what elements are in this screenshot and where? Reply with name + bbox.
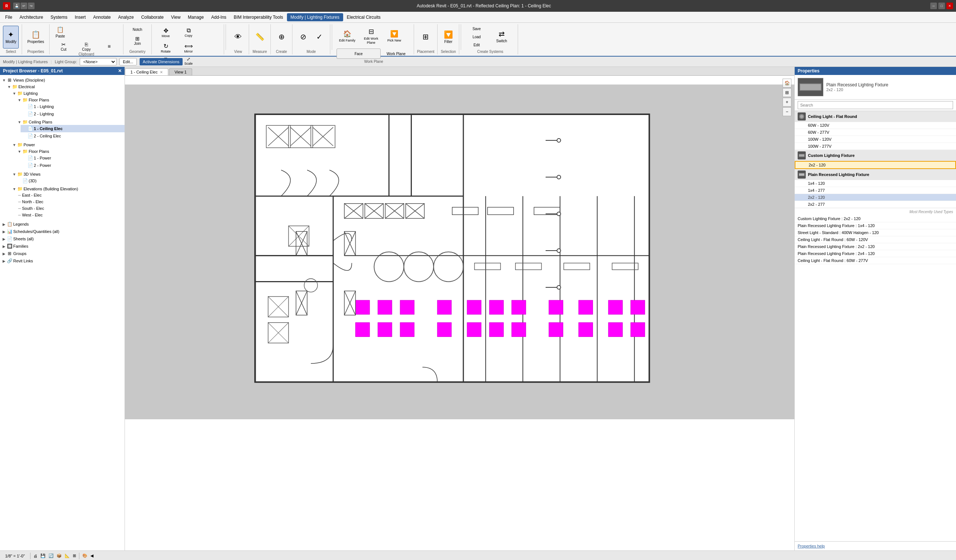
rotate-button[interactable]: ↻ Rotate [155, 41, 177, 55]
menu-analyze[interactable]: Analyze [114, 13, 137, 21]
properties-button[interactable]: 📋 Properties [25, 26, 46, 49]
tree-2-power[interactable]: 📄 2 - Power [20, 162, 124, 169]
menu-addins[interactable]: Add-Ins [208, 13, 230, 21]
face-button[interactable]: Face [336, 49, 381, 59]
tree-south-elec[interactable]: ─ South - Elec [16, 205, 124, 212]
pick-new-button[interactable]: 🔽 Pick New [384, 25, 404, 48]
placement-btn[interactable]: ⊞ [418, 26, 434, 49]
recent-plain-1x4-120[interactable]: Plain Recessed Lighting Fixture : 1x4 - … [795, 222, 956, 229]
menu-file[interactable]: File [2, 13, 16, 21]
tree-elevations[interactable]: ▼ 📁 Elevations (Building Elevation) ─ Ea… [10, 185, 124, 219]
tree-revit-links[interactable]: ▶ 🔗 Revit Links [0, 257, 124, 264]
minimize-btn[interactable]: ─ [930, 3, 937, 9]
menu-collaborate[interactable]: Collaborate [137, 13, 167, 21]
tree-3d-views[interactable]: ▼ 📁 3D Views 📄 (3D) [10, 170, 124, 185]
menu-architecture[interactable]: Architecture [16, 13, 47, 21]
menu-view[interactable]: View [168, 13, 184, 21]
copy-tool-button[interactable]: ⧉ Copy [178, 25, 200, 40]
close-btn[interactable]: ✕ [947, 3, 953, 9]
tree-electrical[interactable]: ▼ 📁 Electrical ▼ 📁 Lighting [5, 83, 124, 220]
undo-btn[interactable]: ↩ [20, 3, 27, 9]
close-ceiling-elec-tab[interactable]: ✕ [160, 70, 163, 74]
recent-plain-2x2-120[interactable]: Plain Recessed Lighting Fixture : 2x2 - … [795, 243, 956, 250]
create-btn[interactable]: ⊕ [274, 26, 289, 49]
recent-plain-2x4-120[interactable]: Plain Recessed Lighting Fixture : 2x4 - … [795, 250, 956, 257]
paste-button[interactable]: 📋 Paste [52, 25, 68, 40]
tree-2-lighting[interactable]: 📄 2 - Lighting [20, 110, 124, 118]
menu-modify-lighting[interactable]: Modify | Lighting Fixtures [287, 13, 343, 21]
menu-bim[interactable]: BIM Interoperability Tools [230, 13, 287, 21]
modify-button[interactable]: ✦ Modify [3, 26, 19, 49]
recent-street-light[interactable]: Street Light - Standard : 400W Halogen -… [795, 229, 956, 236]
type-item-2x2-120-highlighted[interactable]: 2x2 - 120 [795, 194, 956, 201]
type-item-60w-277v[interactable]: 60W - 277V [795, 129, 956, 136]
type-item-100w-277v[interactable]: 100W - 277V [795, 143, 956, 150]
switch-button[interactable]: ⇄ Switch [488, 25, 515, 48]
tree-power[interactable]: ▼ 📁 Power ▼ 📁 Floor Pl [10, 141, 124, 170]
tree-1-power[interactable]: 📄 1 - Power [20, 154, 124, 162]
type-item-1x4-120[interactable]: 1x4 - 120 [795, 180, 956, 187]
type-item-1x4-277[interactable]: 1x4 - 277 [795, 187, 956, 194]
measure-btn[interactable]: 📏 [252, 26, 267, 49]
zoom-house-btn[interactable]: 🏠 [783, 79, 791, 88]
type-search-input[interactable] [798, 101, 953, 109]
view-tab-view1[interactable]: View 1 [169, 68, 192, 76]
type-group-custom[interactable]: Custom Lighting Fixture [795, 150, 956, 161]
tree-east-elec[interactable]: ─ East - Elec [16, 192, 124, 198]
menu-annotate[interactable]: Annotate [89, 13, 114, 21]
tree-floor-plans-lighting[interactable]: ▼ 📁 Floor Plans [16, 96, 124, 118]
zoom-out-btn[interactable]: − [783, 107, 791, 116]
tree-1-lighting[interactable]: 📄 1 - Lighting [20, 103, 124, 110]
tree-sheets[interactable]: ▶ 📄 Sheets (all) [0, 235, 124, 242]
move-button[interactable]: ✥ Move [155, 25, 177, 40]
drawing-canvas[interactable]: 🏠 ⊞ + − [125, 76, 794, 551]
recent-custom-2x2-120[interactable]: Custom Lighting Fixture : 2x2 - 120 [795, 216, 956, 222]
mode-ok-btn[interactable]: ✓ [311, 26, 327, 49]
menu-insert[interactable]: Insert [71, 13, 89, 21]
save-button[interactable]: Save [465, 25, 487, 32]
project-browser-close[interactable]: ✕ [118, 68, 122, 74]
load-button[interactable]: Load [465, 33, 487, 41]
tree-ceiling-plans[interactable]: ▼ 📁 Ceiling Plans [16, 118, 124, 140]
tree-floor-plans-power[interactable]: ▼ 📁 Floor Plans [16, 148, 124, 170]
copy-button[interactable]: ⎘ Copy [75, 41, 97, 52]
tree-3d[interactable]: 📄 (3D) [16, 177, 124, 184]
zoom-fit-btn[interactable]: ⊞ [783, 88, 791, 97]
work-plane-viewer-button[interactable]: Work Plane [381, 49, 411, 59]
view-btn[interactable]: 👁 [230, 26, 246, 49]
tree-2-ceiling-elec[interactable]: 📄 2 - Ceiling Elec [20, 132, 124, 140]
match-button[interactable]: ≡ [98, 41, 120, 52]
type-item-60w-120v[interactable]: 60W - 120V [795, 122, 956, 129]
type-item-custom-2x2-120[interactable]: 2x2 - 120 [795, 161, 956, 169]
tree-north-elec[interactable]: ─ North - Elec [16, 198, 124, 205]
properties-help-link[interactable]: Properties help [795, 541, 956, 551]
menu-systems[interactable]: Systems [47, 13, 71, 21]
zoom-in-btn[interactable]: + [783, 98, 791, 107]
type-item-100w-120v[interactable]: 100W - 120V [795, 136, 956, 143]
tree-legends[interactable]: ▶ 📋 Legends [0, 220, 124, 228]
join-button[interactable]: ⊞ Join [126, 35, 148, 46]
view-tab-ceiling-elec[interactable]: 1 - Ceiling Elec ✕ [125, 68, 168, 76]
mode-btn[interactable]: ⊘ [296, 26, 311, 49]
edit-button[interactable]: Edit [465, 41, 487, 49]
quick-access-btn[interactable]: 💾 [13, 3, 20, 9]
light-group-select[interactable]: <None> [80, 58, 116, 65]
type-item-2x2-277[interactable]: 2x2 - 277 [795, 201, 956, 208]
edit-light-group-btn[interactable]: Edit... [120, 58, 136, 65]
tree-west-elec[interactable]: ─ West - Elec [16, 212, 124, 218]
menu-manage[interactable]: Manage [184, 13, 207, 21]
cut-button[interactable]: ✂ Cut [52, 41, 75, 52]
edit-work-plane-button[interactable]: ⊟ Edit Work Plane [358, 25, 384, 48]
filter-button[interactable]: 🔽 Filter [440, 26, 456, 49]
tree-views-discipline[interactable]: ▼ ⊞ Views (Discipline) ▼ 📁 Electrical [0, 76, 124, 220]
edit-family-button[interactable]: 🏠 Edit Family [336, 25, 358, 48]
redo-btn[interactable]: ↪ [28, 3, 35, 9]
menu-electrical-circuits[interactable]: Electrical Circuits [343, 13, 384, 21]
tree-groups[interactable]: ▶ ⊞ Groups [0, 250, 124, 257]
recent-ceiling-60w-120v[interactable]: Ceiling Light - Flat Round : 60W - 120V [795, 236, 956, 243]
mirror-button[interactable]: ⟺ Mirror [178, 41, 200, 55]
type-group-plain-recessed[interactable]: Plain Recessed Lighting Fixture [795, 169, 956, 180]
tree-schedules[interactable]: ▶ 📊 Schedules/Quantities (all) [0, 228, 124, 235]
canvas-area[interactable]: 1 - Ceiling Elec ✕ View 1 [125, 67, 794, 551]
maximize-btn[interactable]: □ [939, 3, 945, 9]
